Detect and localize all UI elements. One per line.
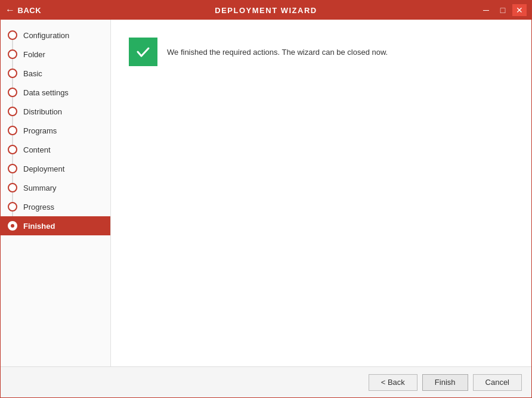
finish-button[interactable]: Finish xyxy=(422,374,468,391)
back-label: BACK xyxy=(18,6,42,15)
step-dot-deployment xyxy=(8,164,17,173)
step-dot-basic xyxy=(8,69,17,78)
sidebar: ConfigurationFolderBasicData settingsDis… xyxy=(1,20,111,366)
window-controls: ─ □ ✕ xyxy=(479,4,527,16)
sidebar-item-distribution[interactable]: Distribution xyxy=(1,102,110,121)
titlebar: ← BACK DEPLOYMENT WIZARD ─ □ ✕ xyxy=(1,1,531,20)
step-label-basic: Basic xyxy=(23,69,42,78)
success-box: We finished the required actions. The wi… xyxy=(129,38,514,66)
checkmark-icon xyxy=(135,43,151,60)
sidebar-item-summary[interactable]: Summary xyxy=(1,178,110,197)
cancel-button[interactable]: Cancel xyxy=(473,374,522,391)
success-icon-box xyxy=(129,38,157,66)
step-label-configuration: Configuration xyxy=(23,31,69,40)
step-label-programs: Programs xyxy=(23,126,57,135)
sidebar-item-basic[interactable]: Basic xyxy=(1,64,110,83)
sidebar-item-programs[interactable]: Programs xyxy=(1,121,110,140)
step-label-summary: Summary xyxy=(23,184,57,192)
step-label-folder: Folder xyxy=(23,50,45,59)
maximize-button[interactable]: □ xyxy=(496,4,510,16)
sidebar-item-configuration[interactable]: Configuration xyxy=(1,26,110,45)
step-dot-distribution xyxy=(8,107,17,116)
back-footer-button[interactable]: < Back xyxy=(369,374,417,391)
main-content: ConfigurationFolderBasicData settingsDis… xyxy=(1,20,531,366)
sidebar-item-finished[interactable]: Finished xyxy=(1,216,110,235)
sidebar-item-content[interactable]: Content xyxy=(1,140,110,159)
sidebar-item-deployment[interactable]: Deployment xyxy=(1,159,110,178)
titlebar-left: ← BACK xyxy=(5,5,41,15)
footer: < Back Finish Cancel xyxy=(1,366,531,397)
step-dot-finished xyxy=(8,221,17,231)
step-label-content: Content xyxy=(23,145,51,154)
back-arrow-icon: ← xyxy=(5,5,16,15)
window-title: DEPLOYMENT WIZARD xyxy=(215,6,317,15)
step-label-deployment: Deployment xyxy=(23,164,64,173)
step-dot-folder xyxy=(8,49,17,59)
step-label-data-settings: Data settings xyxy=(23,88,69,97)
sidebar-item-progress[interactable]: Progress xyxy=(1,197,110,216)
sidebar-item-folder[interactable]: Folder xyxy=(1,45,110,64)
minimize-button[interactable]: ─ xyxy=(479,4,493,16)
step-dot-data-settings xyxy=(8,88,17,97)
step-label-progress: Progress xyxy=(23,203,54,212)
step-dot-content xyxy=(8,145,17,154)
step-dot-configuration xyxy=(8,30,17,40)
step-dot-programs xyxy=(8,126,17,135)
content-area: We finished the required actions. The wi… xyxy=(111,20,531,366)
step-dot-summary xyxy=(8,183,17,192)
back-button[interactable]: ← BACK xyxy=(5,5,41,15)
step-dot-progress xyxy=(8,202,17,212)
step-label-finished: Finished xyxy=(23,222,55,231)
success-message: We finished the required actions. The wi… xyxy=(167,48,388,57)
deployment-wizard-window: ← BACK DEPLOYMENT WIZARD ─ □ ✕ Configura… xyxy=(0,0,532,398)
step-label-distribution: Distribution xyxy=(23,107,62,116)
close-button[interactable]: ✕ xyxy=(512,4,527,16)
sidebar-item-data-settings[interactable]: Data settings xyxy=(1,83,110,102)
